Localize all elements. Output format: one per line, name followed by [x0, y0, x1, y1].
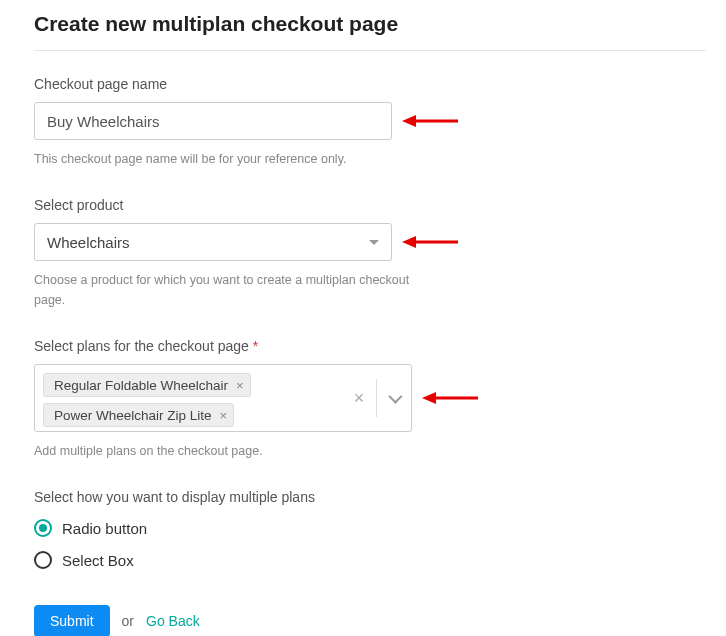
svg-marker-1 [402, 115, 416, 127]
product-select-value: Wheelchairs [47, 234, 130, 251]
plans-label-text: Select plans for the checkout page [34, 338, 249, 354]
field-checkout-name: Checkout page name This checkout page na… [34, 76, 706, 169]
arrow-annotation-icon [422, 390, 478, 406]
plans-label: Select plans for the checkout page * [34, 338, 706, 354]
checkout-name-label: Checkout page name [34, 76, 706, 92]
go-back-link[interactable]: Go Back [146, 613, 200, 629]
plans-chips-area: Regular Foldable Wheelchair × Power Whee… [35, 365, 342, 431]
clear-all-icon[interactable]: × [342, 388, 376, 409]
field-display-mode: Select how you want to display multiple … [34, 489, 706, 569]
remove-chip-icon[interactable]: × [236, 379, 244, 392]
arrow-annotation-icon [402, 234, 458, 250]
plan-chip: Power Wheelchair Zip Lite × [43, 403, 234, 427]
plans-multiselect[interactable]: Regular Foldable Wheelchair × Power Whee… [34, 364, 412, 432]
radio-option-label: Radio button [62, 520, 147, 537]
remove-chip-icon[interactable]: × [220, 409, 228, 422]
plan-chip: Regular Foldable Wheelchair × [43, 373, 251, 397]
form-actions: Submit or Go Back [34, 605, 706, 636]
radio-option-radiobutton[interactable]: Radio button [34, 519, 706, 537]
page-title: Create new multiplan checkout page [34, 12, 706, 36]
radio-icon [34, 519, 52, 537]
product-label: Select product [34, 197, 706, 213]
field-select-product: Select product Wheelchairs Choose a prod… [34, 197, 706, 310]
plan-chip-label: Power Wheelchair Zip Lite [54, 408, 212, 423]
open-dropdown-button[interactable] [377, 393, 411, 403]
radio-icon [34, 551, 52, 569]
checkout-name-input[interactable] [34, 102, 392, 140]
arrow-annotation-icon [402, 113, 458, 129]
caret-down-icon [369, 240, 379, 245]
plan-chip-label: Regular Foldable Wheelchair [54, 378, 228, 393]
checkout-name-helper: This checkout page name will be for your… [34, 149, 434, 169]
or-text: or [122, 613, 134, 629]
chevron-down-icon [388, 390, 402, 404]
svg-marker-5 [422, 392, 436, 404]
multiselect-controls: × [342, 365, 411, 431]
product-helper: Choose a product for which you want to c… [34, 270, 434, 310]
radio-option-label: Select Box [62, 552, 134, 569]
radio-option-selectbox[interactable]: Select Box [34, 551, 706, 569]
plans-helper: Add multiple plans on the checkout page. [34, 441, 434, 461]
product-select[interactable]: Wheelchairs [34, 223, 392, 261]
required-asterisk: * [253, 338, 258, 354]
svg-marker-3 [402, 236, 416, 248]
display-mode-label: Select how you want to display multiple … [34, 489, 706, 505]
submit-button[interactable]: Submit [34, 605, 110, 636]
divider [34, 50, 706, 51]
field-select-plans: Select plans for the checkout page * Reg… [34, 338, 706, 461]
